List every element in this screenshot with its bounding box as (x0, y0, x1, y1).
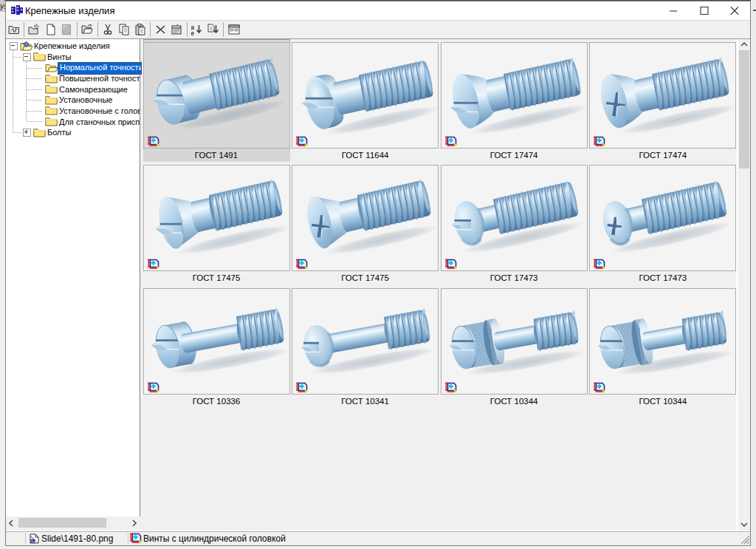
svg-text:e: e (191, 30, 194, 35)
svg-text:SLD: SLD (31, 540, 36, 543)
